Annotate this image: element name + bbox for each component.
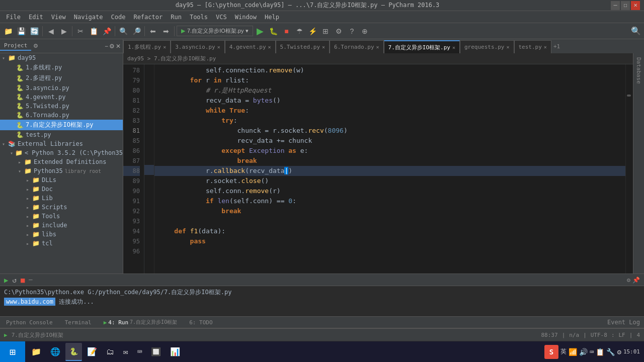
tab-gr[interactable]: grequests.py✕ — [460, 40, 514, 53]
toolbar-extra-btn[interactable]: ⊕ — [359, 25, 371, 37]
run-button[interactable]: ▶ — [254, 25, 266, 37]
toolbar-nav-fwd-btn[interactable]: ➡ — [160, 25, 172, 37]
run-settings-btn[interactable]: ⚙ — [627, 277, 630, 284]
sidebar-item-7[interactable]: 🐍 7.自定义异步IO框架.py — [0, 120, 123, 130]
database-panel-tab[interactable]: Database — [633, 53, 644, 274]
menu-window[interactable]: Window — [231, 13, 261, 22]
menu-tools[interactable]: Tools — [186, 13, 212, 22]
volume-icon[interactable]: 🔊 — [579, 348, 588, 356]
sidebar-root-day95[interactable]: ▾ 📁 day95 — [0, 53, 123, 62]
toolbar-back-btn[interactable]: ◀ — [45, 25, 57, 37]
tab-6[interactable]: 6.Tornado.py✕ — [330, 40, 384, 53]
taskbar-item-file-manager[interactable]: 📁 — [27, 343, 45, 361]
sidebar-libs[interactable]: ▸ 📁 libs — [0, 230, 123, 239]
project-settings-btn[interactable]: ⚙ — [31, 42, 40, 50]
project-gear-btn[interactable]: ⚙ — [109, 43, 115, 50]
run-config-dropdown[interactable]: ▶ 7.自定义异步IO框架.py ▾ — [177, 26, 253, 36]
search-everywhere-btn[interactable]: 🔍 — [630, 25, 642, 37]
concurrency-button[interactable]: ⊞ — [319, 25, 332, 37]
menu-view[interactable]: View — [47, 13, 70, 22]
sidebar-tools[interactable]: ▸ 📁 Tools — [0, 212, 123, 221]
network-icon[interactable]: 📶 — [569, 348, 577, 356]
start-button[interactable]: ⊞ — [0, 341, 25, 363]
run-pin-btn[interactable]: 📌 — [632, 277, 640, 284]
code-content[interactable]: self.connection.remove(w) for r in rlist… — [154, 64, 625, 274]
sidebar-python352[interactable]: ▾ 📁 < Python 3.5.2 (C:\Python35 — [0, 148, 123, 157]
sidebar-doc[interactable]: ▸ 📁 Doc — [0, 185, 123, 194]
taskbar-item-word[interactable]: 📝 — [83, 343, 101, 361]
project-collapse-btn[interactable]: − — [105, 43, 108, 50]
toolbar-copy-btn[interactable]: 📋 — [88, 25, 100, 37]
tab-1[interactable]: 1.多线程.py✕ — [123, 40, 171, 53]
run-tab-active[interactable]: ▶ 4: Run 7.自定义异步IO框架 — [98, 318, 183, 327]
sidebar-item-5[interactable]: 🐍 5.Twisted.py — [0, 102, 123, 111]
code-editor[interactable]: 78 79 80 81 82 83 81 85 86 87 88 89 90 9… — [123, 64, 633, 274]
sidebar-item-2[interactable]: 🐍 2.多进程.py — [0, 73, 123, 83]
sidebar-ext-libs[interactable]: ▾ 📚 External Libraries — [0, 139, 123, 148]
tab-test[interactable]: test.py✕ — [514, 40, 551, 53]
settings-button[interactable]: ⚙ — [333, 25, 345, 37]
lang-icon[interactable]: 英 — [560, 347, 567, 356]
taskbar-item-explorer[interactable]: 🗂 — [102, 343, 118, 361]
menu-file[interactable]: File — [2, 13, 25, 22]
tools-icon[interactable]: 🔧 — [606, 348, 615, 356]
sidebar-tcl[interactable]: ▸ 📁 tcl — [0, 239, 123, 248]
toolbar-project-btn[interactable]: 📁 — [2, 25, 14, 37]
event-log-btn[interactable]: Event Log — [607, 319, 640, 326]
menu-code[interactable]: Code — [107, 13, 130, 22]
menu-vcs[interactable]: VCS — [212, 13, 231, 22]
debug-button[interactable]: 🐛 — [267, 25, 279, 37]
run-toolbar-rerun-btn[interactable]: ↺ — [12, 276, 16, 284]
tab-gr-close[interactable]: ✕ — [506, 44, 509, 50]
toolbar-replace-btn[interactable]: 🔎 — [130, 25, 142, 37]
taskbar-item-app1[interactable]: 🔲 — [147, 343, 165, 361]
tab-4-close[interactable]: ✕ — [268, 44, 271, 50]
keyboard-icon[interactable]: ⌨ — [590, 348, 594, 356]
sidebar-scripts[interactable]: ▸ 📁 Scripts — [0, 203, 123, 212]
sidebar-py35-root[interactable]: ▾ 📁 Python35 library root — [0, 166, 123, 175]
taskbar-item-browser[interactable]: 🌐 — [46, 343, 64, 361]
sidebar-ext-defs[interactable]: ▸ 📁 Extended Definitions — [0, 157, 123, 166]
sidebar-item-test[interactable]: 🐍 test.py — [0, 130, 123, 139]
project-close-btn[interactable]: ✕ — [116, 43, 121, 50]
run-toolbar-play-btn[interactable]: ▶ — [4, 276, 8, 284]
maximize-button[interactable]: □ — [621, 1, 630, 10]
sidebar-dlls[interactable]: ▸ 📁 DLLs — [0, 175, 123, 185]
run-link[interactable]: www.baidu.com — [4, 298, 55, 306]
tab-1-close[interactable]: ✕ — [163, 44, 166, 50]
tab-3[interactable]: 3.asyncio.py✕ — [171, 40, 225, 53]
coverage-button[interactable]: ☂ — [293, 25, 305, 37]
sidebar-lib[interactable]: ▸ 📁 Lib — [0, 194, 123, 203]
run-toolbar-stop-btn[interactable]: ■ — [21, 276, 25, 284]
toolbar-sync-btn[interactable]: 🔄 — [28, 25, 40, 37]
tab-6-close[interactable]: ✕ — [376, 44, 379, 50]
toolbar-search-btn[interactable]: 🔍 — [117, 25, 129, 37]
menu-run[interactable]: Run — [167, 13, 186, 22]
sidebar-item-6[interactable]: 🐍 6.Tornado.py — [0, 111, 123, 120]
menu-refactor[interactable]: Refactor — [129, 13, 167, 22]
taskbar-item-app2[interactable]: 📊 — [166, 343, 184, 361]
clipboard-icon[interactable]: 📋 — [596, 348, 604, 356]
tab-7-close[interactable]: ✕ — [452, 45, 455, 50]
menu-help[interactable]: Help — [261, 13, 283, 22]
taskbar-item-pycharm[interactable]: 🐍 — [65, 343, 82, 361]
tab-test-close[interactable]: ✕ — [544, 44, 547, 50]
sidebar-include[interactable]: ▸ 📁 include — [0, 221, 123, 230]
sidebar-item-1[interactable]: 🐍 1.多线程.py — [0, 62, 123, 73]
toolbar-nav-back-btn[interactable]: ⬅ — [147, 25, 159, 37]
taskbar-item-cmd[interactable]: ⌨ — [133, 343, 146, 361]
tab-7-active[interactable]: 7.自定义异步IO框架.py✕ — [384, 40, 460, 53]
help-button[interactable]: ? — [346, 25, 358, 37]
tab-3-close[interactable]: ✕ — [217, 44, 220, 50]
terminal-tab[interactable]: Terminal — [59, 318, 98, 327]
run-toolbar-close-btn[interactable]: ─ — [29, 277, 32, 284]
stop-button[interactable]: ■ — [280, 25, 292, 37]
close-button[interactable]: ✕ — [631, 1, 640, 10]
minimize-button[interactable]: ─ — [611, 1, 620, 10]
python-console-tab[interactable]: Python Console — [0, 318, 59, 327]
menu-navigate[interactable]: Navigate — [70, 13, 107, 22]
toolbar-paste-btn[interactable]: 📌 — [101, 25, 113, 37]
taskbar-item-email[interactable]: ✉ — [119, 343, 132, 361]
todo-tab[interactable]: 6: TODO — [183, 318, 218, 327]
project-tab[interactable]: Project — [0, 41, 31, 51]
